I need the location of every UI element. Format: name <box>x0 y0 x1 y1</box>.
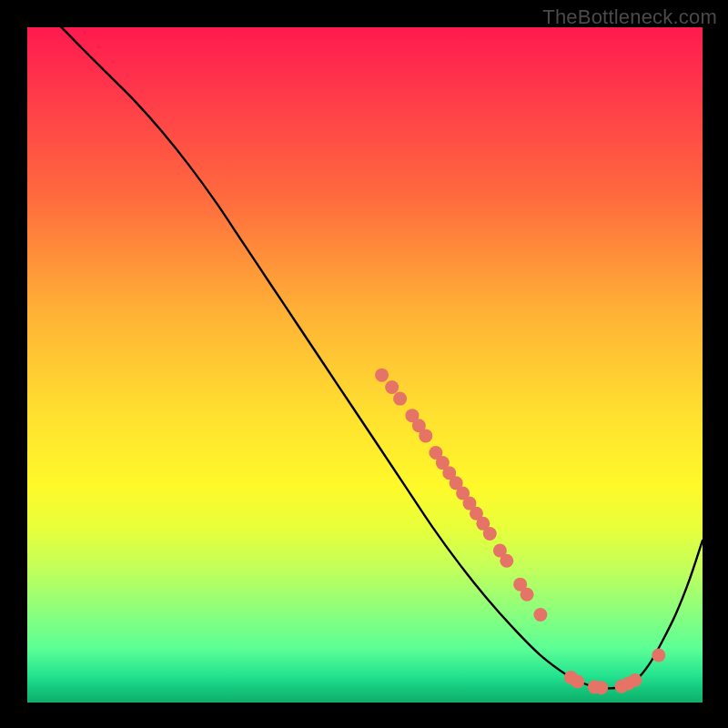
data-marker <box>571 675 584 689</box>
data-marker <box>483 527 497 541</box>
data-marker <box>385 380 399 394</box>
data-marker <box>521 588 534 602</box>
data-marker <box>594 681 608 694</box>
plot-canvas <box>27 27 703 703</box>
data-marker <box>375 369 389 382</box>
watermark-text: TheBottleneck.com <box>542 5 717 29</box>
data-marker <box>533 608 547 622</box>
data-marker <box>393 392 407 406</box>
bottleneck-curve <box>27 27 703 688</box>
data-marker <box>500 554 513 568</box>
data-markers <box>375 369 665 695</box>
chart-frame <box>27 27 703 703</box>
data-marker <box>652 649 665 662</box>
data-marker <box>628 673 642 687</box>
data-marker <box>419 429 432 442</box>
